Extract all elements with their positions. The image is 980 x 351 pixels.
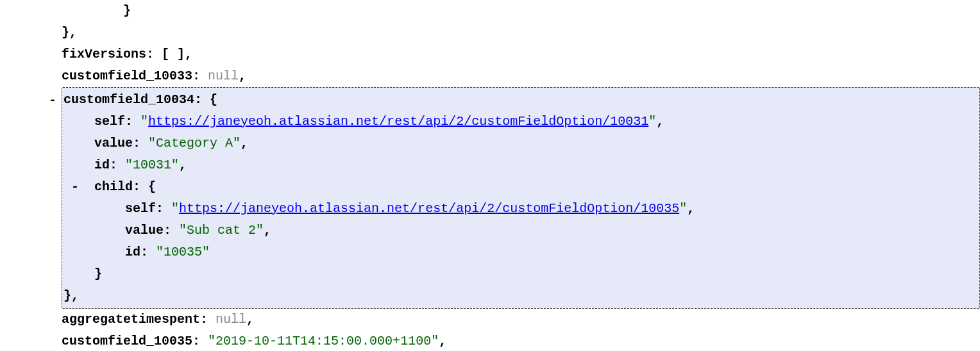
key-fixversions: fixVersions <box>62 47 146 61</box>
self-line-2: self: "https://janeyeoh.atlassian.net/re… <box>62 198 979 220</box>
self-link-2[interactable]: https://janeyeoh.atlassian.net/rest/api/… <box>179 201 679 216</box>
fixversions-line: fixVersions: [ ], <box>62 44 980 65</box>
aggregatetimespent-line: aggregatetimespent: null, <box>62 309 980 331</box>
key-cf-10035: customfield_10035 <box>62 334 192 348</box>
id-line-2: id: "10035" <box>62 241 979 263</box>
collapse-toggle-10034[interactable]: - <box>49 90 56 111</box>
value-line-2: value: "Sub cat 2", <box>62 220 979 241</box>
customfield-10033-line: customfield_10033: null, <box>62 65 980 87</box>
id-10035: 10035 <box>164 245 202 259</box>
brace-close: } <box>123 3 131 18</box>
null-value: null <box>215 312 246 327</box>
cf-10035-value: 2019-10-11T14:15:00.000+1100 <box>215 334 431 348</box>
key-child: child <box>94 179 133 194</box>
json-content: } }, fixVersions: [ ], customfield_10033… <box>0 0 980 351</box>
highlighted-block-10034: customfield_10034: { self: "https://jane… <box>62 87 980 309</box>
key-id: id <box>125 245 140 259</box>
self-link-1[interactable]: https://janeyeoh.atlassian.net/rest/api/… <box>148 114 648 129</box>
key-self: self <box>125 201 156 216</box>
close-brace-10034: }, <box>62 285 979 307</box>
brace-close: } <box>94 266 102 281</box>
key-id: id <box>94 158 110 172</box>
customfield-10035-line: customfield_10035: "2019-10-11T14:15:00.… <box>62 331 980 351</box>
close-brace-line: } <box>62 0 980 22</box>
key-self: self <box>94 114 125 129</box>
key-cf-10033: customfield_10033 <box>62 69 192 83</box>
key-value: value <box>94 136 133 151</box>
id-line-1: id: "10031", <box>62 154 979 176</box>
close-brace-child: } <box>62 263 979 285</box>
key-cf-10034: customfield_10034 <box>63 92 194 107</box>
value-category-a: Category A <box>156 136 233 151</box>
null-value: null <box>208 69 239 83</box>
value-subcat2: Sub cat 2 <box>187 223 256 238</box>
empty-array: [ ], <box>162 47 192 61</box>
child-line: - child: { <box>62 176 979 198</box>
brace-close: }, <box>63 288 79 303</box>
collapse-toggle-child[interactable]: - <box>71 176 79 198</box>
json-viewer: } }, fixVersions: [ ], customfield_10033… <box>0 0 980 351</box>
self-line-1: self: "https://janeyeoh.atlassian.net/re… <box>62 111 979 133</box>
key-value: value <box>125 223 164 238</box>
id-10031: 10031 <box>133 158 171 172</box>
brace-close: }, <box>62 25 77 40</box>
key-aggregatetimespent: aggregatetimespent <box>62 312 200 327</box>
value-line-1: value: "Category A", <box>62 133 979 154</box>
close-brace-line: }, <box>62 22 980 44</box>
customfield-10034-line: customfield_10034: { <box>62 89 979 111</box>
